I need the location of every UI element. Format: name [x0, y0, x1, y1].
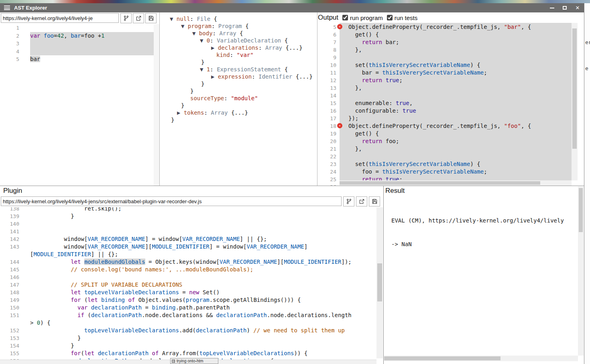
- line-number: 144: [0, 258, 19, 266]
- version-history-button[interactable]: [120, 13, 132, 23]
- code-line: 24 foo = thisIsVererySecretVariableName;: [326, 168, 572, 176]
- code-line: 5bar: [0, 55, 154, 63]
- external-link-icon: [359, 198, 365, 204]
- code-line: }: [170, 87, 317, 95]
- code-line: }: [170, 80, 317, 87]
- code-line: 143 window[VAR_RECORDER_NAME][MODULE_IDE…: [0, 243, 376, 251]
- result-vertical-scrollbar[interactable]: [578, 186, 584, 356]
- source-url-input[interactable]: [1, 13, 119, 23]
- window-title: AST Explorer: [14, 5, 47, 11]
- scrollbar-thumb[interactable]: [384, 356, 500, 360]
- output-horizontal-scrollbar[interactable]: [340, 180, 572, 186]
- error-icon[interactable]: ✕: [337, 123, 342, 128]
- run-tests-label: run tests: [395, 14, 418, 21]
- scrollbar-thumb[interactable]: [340, 181, 540, 185]
- line-number: 6: [326, 31, 336, 38]
- line-number: 21: [326, 145, 336, 153]
- code-line: ▼ body: Array {: [170, 30, 317, 37]
- scrollbar-thumb[interactable]: [572, 28, 577, 149]
- result-title: Result: [385, 187, 405, 195]
- maximize-button[interactable]: [562, 5, 568, 11]
- code-line: 22: [326, 153, 572, 160]
- line-number: 3: [0, 40, 19, 48]
- run-tests-checkbox-input[interactable]: [387, 15, 393, 20]
- code-line: 11 bar = thisIsVererySecretVariableName;: [326, 69, 572, 77]
- close-icon: ✕: [576, 5, 580, 10]
- line-number: 12: [326, 77, 336, 84]
- window-icon: [172, 360, 175, 363]
- background-window-fragment: er e: [584, 3, 590, 364]
- line-number: [0, 319, 19, 327]
- line-number: 24: [326, 168, 336, 176]
- line-number: 4: [0, 48, 19, 56]
- plugin-open-external-button[interactable]: [356, 196, 367, 206]
- line-number: 153: [0, 334, 19, 342]
- line-number: 5: [0, 55, 19, 63]
- code-line: 7 return bar;: [326, 38, 572, 46]
- menu-icon[interactable]: [4, 6, 10, 10]
- branch-icon: [346, 198, 352, 204]
- code-line: 16 configurable: true: [326, 107, 572, 115]
- plugin-code-editor[interactable]: 138 ret.skip();139 }140141142 window[VAR…: [0, 207, 376, 362]
- run-program-checkbox-input[interactable]: [342, 15, 348, 20]
- ast-tree[interactable]: ▼ null: File {▼ program: Program {▼ body…: [160, 12, 317, 186]
- line-number: 150: [0, 304, 19, 311]
- code-line: 5✕Object.defineProperty(_recorder_.tempf…: [326, 23, 572, 31]
- line-number: 154: [0, 342, 19, 350]
- line-number: 148: [0, 289, 19, 296]
- code-line: 142 window[VAR_RECORDER_NAME] = window[V…: [0, 235, 376, 243]
- result-line: -> NaN: [391, 241, 576, 249]
- line-number: 10: [326, 61, 336, 69]
- plugin-version-history-button[interactable]: [343, 196, 354, 206]
- external-link-icon: [136, 15, 142, 21]
- close-button[interactable]: ✕: [574, 5, 581, 11]
- code-line: 20 return foo;: [326, 138, 572, 145]
- code-line: 146: [0, 273, 376, 281]
- desktop-wallpaper-strip: [0, 0, 590, 3]
- line-number: 143: [0, 243, 19, 251]
- open-external-button[interactable]: [133, 13, 144, 23]
- line-number: 23: [326, 160, 336, 168]
- line-number: 8: [326, 46, 336, 54]
- run-tests-checkbox[interactable]: run tests: [387, 14, 418, 21]
- taskbar-fragment[interactable]: trying onto-htm: [170, 358, 218, 364]
- code-line: 147 // SPLIT UP VARIABLE DECLARATIONS: [0, 281, 376, 289]
- line-number: 139: [0, 212, 19, 220]
- error-icon[interactable]: ✕: [337, 24, 342, 29]
- section-divider: [0, 186, 584, 186]
- line-number: 9: [326, 54, 336, 61]
- code-line: 18✕Object.defineProperty(_recorder_.temp…: [326, 122, 572, 130]
- line-number: 18: [326, 122, 336, 130]
- run-program-label: run program: [350, 14, 383, 21]
- code-line: 152 topLevelVariableDeclarations.add(dec…: [0, 327, 376, 334]
- code-line: 8 },: [326, 46, 572, 54]
- code-line: 19 get() {: [326, 130, 572, 138]
- source-editor-scrollbar[interactable]: [154, 24, 159, 186]
- minimize-button[interactable]: [549, 5, 555, 11]
- output-vertical-scrollbar[interactable]: [572, 23, 578, 180]
- code-line: ▼ null: File {: [170, 15, 317, 22]
- code-line: 149 for (let binding of Object.values(pr…: [0, 296, 376, 304]
- plugin-vertical-scrollbar[interactable]: [376, 207, 383, 358]
- source-code-editor[interactable]: 12var foo=42, bar=foo +1345bar: [0, 24, 154, 186]
- output-editor[interactable]: 5✕Object.defineProperty(_recorder_.tempf…: [326, 23, 572, 186]
- line-number: 151: [0, 311, 19, 319]
- plugin-save-button[interactable]: [369, 196, 380, 206]
- scrollbar-thumb[interactable]: [377, 263, 382, 301]
- line-number: 22: [326, 153, 336, 160]
- code-line: 13 },: [326, 84, 572, 92]
- plugin-url-input[interactable]: [1, 196, 342, 206]
- code-line: sourceType: "module": [170, 95, 317, 102]
- code-line: ▶ expression: Identifier {...}: [170, 73, 317, 80]
- scrollbar-thumb[interactable]: [579, 188, 583, 232]
- line-number: 7: [326, 38, 336, 46]
- run-program-checkbox[interactable]: run program: [342, 14, 383, 21]
- code-line: ▶ tokens: Array {...}: [170, 109, 317, 116]
- result-horizontal-scrollbar[interactable]: [384, 356, 578, 361]
- code-line: 4: [0, 48, 154, 56]
- line-number: 141: [0, 228, 19, 235]
- save-button[interactable]: [145, 13, 157, 23]
- save-icon: [148, 15, 154, 21]
- code-line: 148 let topLevelVariableDeclarations = n…: [0, 289, 376, 296]
- code-line: 141: [0, 228, 376, 235]
